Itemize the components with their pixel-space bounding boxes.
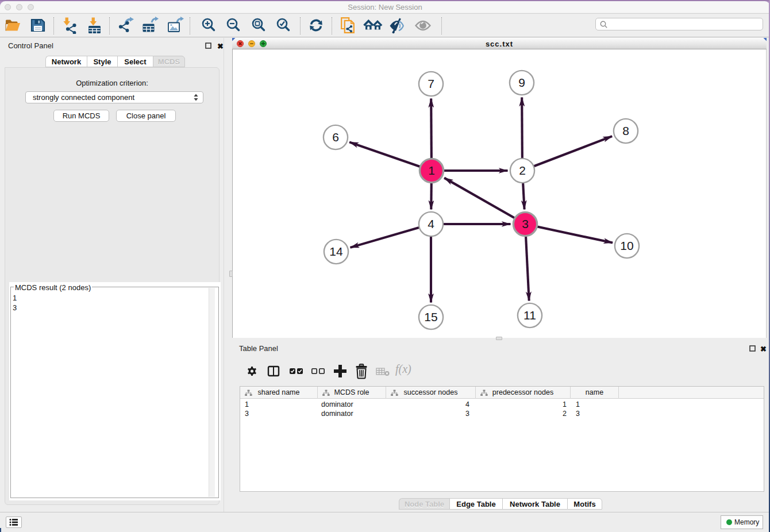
svg-text:11: 11 [523,309,536,322]
svg-text:15: 15 [424,310,437,323]
svg-text:1: 1 [428,164,435,177]
svg-text:10: 10 [620,239,633,252]
svg-text:7: 7 [428,77,434,90]
svg-text:4: 4 [428,217,434,230]
svg-text:6: 6 [332,130,339,144]
svg-text:9: 9 [518,76,525,89]
svg-text:2: 2 [519,164,526,177]
svg-text:8: 8 [622,124,629,137]
svg-text:14: 14 [329,245,343,258]
svg-text:3: 3 [522,217,529,230]
